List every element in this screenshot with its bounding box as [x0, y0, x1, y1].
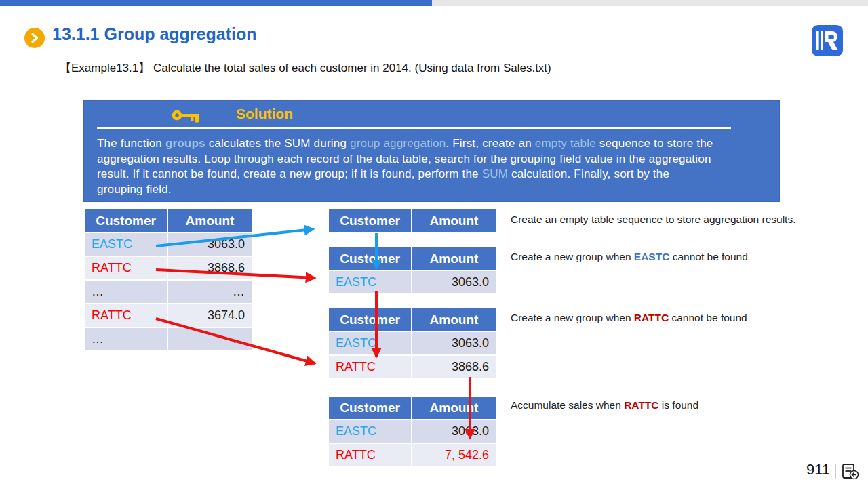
table-row: EASTC3063.0: [85, 233, 252, 256]
text-segment: Accumulate sales when: [511, 399, 624, 411]
result-table-empty: CustomerAmount: [329, 209, 496, 233]
amount-cell: 3063.0: [412, 332, 496, 354]
text-segment: group aggregation: [350, 137, 446, 150]
table-row: EASTC3063.0: [329, 420, 496, 443]
amount-cell: 3868.6: [412, 356, 496, 378]
table-header-cell: Customer: [329, 209, 411, 232]
annotation-new-group-eastc: Create a new group when EASTC cannot be …: [511, 251, 748, 263]
text-segment: empty table: [535, 137, 596, 150]
amount-cell: 3868.6: [168, 257, 252, 279]
customer-cell: EASTC: [329, 271, 411, 293]
table-header-row: CustomerAmount: [329, 396, 496, 419]
table-row: RATTC3868.6: [329, 356, 496, 378]
customer-cell: EASTC: [329, 332, 411, 354]
text-segment: Create an empty table sequence to store …: [511, 214, 795, 225]
customer-cell: RATTC: [329, 444, 411, 466]
table-header-row: CustomerAmount: [329, 209, 496, 232]
amount-cell: 3063.0: [412, 271, 496, 293]
customer-cell: RATTC: [85, 257, 167, 279]
customer-cell: RATTC: [85, 304, 167, 327]
text-segment: is found: [659, 399, 699, 411]
amount-cell: 3063.0: [168, 233, 252, 256]
text-segment: calculates the SUM during: [205, 137, 350, 150]
table-row: RATTC3868.6: [85, 257, 252, 279]
table-header-cell: Customer: [329, 396, 411, 419]
amount-cell: …: [168, 328, 252, 350]
page-title: 13.1.1 Group aggregation: [52, 24, 256, 44]
solution-heading: Solution: [236, 106, 293, 122]
text-segment: EASTC: [634, 251, 670, 262]
brand-logo-icon: [811, 24, 844, 57]
table-header-cell: Customer: [329, 247, 411, 270]
text-segment: groups: [165, 137, 205, 150]
customer-cell: …: [85, 281, 167, 303]
amount-cell: …: [168, 281, 252, 303]
text-segment: Create a new group when: [511, 312, 634, 323]
example-text: 【Example13.1】 Calculate the total sales …: [60, 60, 551, 76]
table-row: EASTC3063.0: [329, 332, 496, 354]
top-accent-bar-blue: [0, 0, 432, 6]
text-segment: The function: [97, 137, 165, 150]
solution-underline: [97, 127, 731, 129]
footer-separator: [835, 464, 836, 479]
table-row: ……: [85, 281, 252, 303]
key-icon: [172, 109, 203, 125]
table-header-cell: Amount: [412, 247, 496, 270]
customer-cell: …: [85, 328, 167, 350]
text-segment: RATTC: [634, 312, 669, 323]
table-row: RATTC3674.0: [85, 304, 252, 327]
amount-cell: 3674.0: [168, 304, 252, 327]
table-header-row: CustomerAmount: [329, 308, 496, 331]
table-header-cell: Customer: [329, 308, 411, 331]
text-segment: SUM: [482, 167, 508, 180]
customer-cell: EASTC: [329, 420, 411, 443]
chevron-badge-icon: [24, 28, 45, 48]
text-segment: Create a new group when: [511, 251, 634, 262]
result-table-step1: CustomerAmountEASTC3063.0: [329, 247, 496, 295]
customer-cell: EASTC: [85, 233, 167, 256]
source-sales-table: CustomerAmountEASTC3063.0RATTC3868.6……RA…: [85, 209, 252, 352]
result-table-step2: CustomerAmountEASTC3063.0RATTC3868.6: [329, 308, 496, 380]
top-accent-bar-gray: [432, 0, 868, 6]
annotation-empty-table: Create an empty table sequence to store …: [511, 214, 795, 226]
table-header-row: CustomerAmount: [329, 247, 496, 270]
table-row: ……: [85, 328, 252, 350]
table-row: RATTC7, 542.6: [329, 444, 496, 466]
annotation-accumulate-rattc: Accumulate sales when RATTC is found: [511, 399, 698, 411]
table-header-cell: Amount: [412, 308, 496, 331]
table-row: EASTC3063.0: [329, 271, 496, 293]
text-segment: cannot be found: [669, 251, 748, 262]
slide: 13.1.1 Group aggregation 【Example13.1】 C…: [0, 0, 868, 488]
result-table-step3: CustomerAmountEASTC3063.0RATTC7, 542.6: [329, 396, 496, 468]
table-header-cell: Customer: [85, 209, 167, 232]
table-header-cell: Amount: [412, 209, 496, 232]
text-segment: cannot be found: [669, 312, 747, 323]
text-segment: RATTC: [624, 399, 658, 411]
solution-paragraph: The function groups calculates the SUM d…: [97, 136, 715, 197]
table-header-cell: Amount: [412, 396, 496, 419]
page-number: 911: [795, 461, 830, 479]
customer-cell: RATTC: [329, 356, 411, 378]
table-header-row: CustomerAmount: [85, 209, 252, 232]
text-segment: . First, create an: [446, 137, 534, 150]
annotation-new-group-rattc: Create a new group when RATTC cannot be …: [511, 312, 747, 324]
amount-cell: 7, 542.6: [412, 444, 496, 466]
table-header-cell: Amount: [168, 209, 252, 232]
return-to-contents-icon[interactable]: [842, 463, 859, 481]
amount-cell: 3063.0: [412, 420, 496, 443]
chevron-right-icon: [28, 32, 41, 44]
